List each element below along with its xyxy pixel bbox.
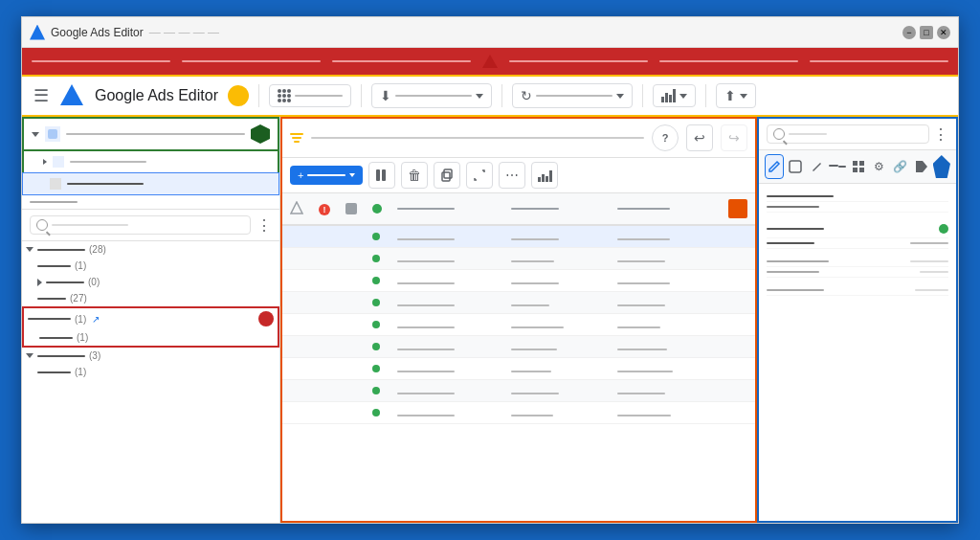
tree-item-ads[interactable]: (27) [22, 290, 279, 306]
more-actions-button[interactable]: ⋯ [499, 162, 525, 189]
right-panel: ⋮ [757, 117, 958, 523]
svg-rect-2 [376, 169, 380, 181]
menu-dash-4 [509, 60, 648, 62]
tree-item-extensions[interactable]: (1) ↗ [24, 308, 278, 329]
red-status-dot [258, 311, 274, 326]
right-row-name [767, 191, 948, 202]
notification-dot [228, 85, 249, 106]
maximize-button[interactable]: □ [920, 26, 933, 39]
resize-button[interactable] [466, 162, 493, 189]
main-panel: ? ↩ ↪ + 🗑 [280, 117, 757, 523]
right-field2-label [767, 260, 829, 262]
app-window: Google Ads Editor — — — — — − □ ✕ ☰ Goog… [21, 16, 959, 524]
table-row[interactable] [282, 380, 755, 402]
col-header-bid[interactable] [503, 193, 610, 225]
title-bar-text: Google Ads Editor [51, 26, 144, 39]
table-row[interactable] [282, 248, 755, 270]
upload-chevron-icon [740, 94, 747, 99]
edit-columns-button[interactable] [368, 162, 395, 189]
tree-item-sub[interactable]: (1) [24, 329, 278, 346]
tree-item-another[interactable]: (3) [22, 348, 279, 364]
delete-button[interactable]: 🗑 [401, 162, 428, 189]
right-row-field2 [767, 257, 948, 267]
minimize-button[interactable]: − [902, 26, 916, 39]
table-row[interactable] [282, 336, 755, 358]
grid-view-button[interactable] [269, 84, 351, 107]
settings-button[interactable]: ⚙ [870, 154, 889, 179]
help-button[interactable]: ? [652, 124, 679, 151]
edit-mode-button[interactable] [765, 154, 784, 179]
copy-button[interactable] [434, 162, 460, 189]
sub-item2-dash [39, 337, 73, 339]
ads-count: (27) [70, 293, 87, 304]
last-count: (1) [75, 367, 86, 377]
charts-button[interactable] [653, 84, 696, 107]
layout-button[interactable] [849, 154, 868, 179]
cell-type [338, 225, 365, 248]
view-mode-button[interactable] [786, 154, 805, 179]
panel-filter-toolbar: ? ↩ ↪ [282, 119, 755, 158]
table-row[interactable] [282, 402, 755, 424]
format-icon [829, 165, 838, 167]
tree-item-keywords[interactable]: (0) [22, 274, 279, 290]
col-header-budget[interactable] [610, 193, 721, 225]
table-row[interactable] [282, 358, 755, 380]
sub-item-count: (1) [75, 260, 86, 271]
col-header-warning[interactable] [282, 193, 311, 225]
add-icon: + [298, 169, 303, 181]
col-header-type[interactable] [338, 193, 365, 225]
col-header-extra[interactable] [721, 193, 755, 225]
title-dashes: — — — — — [149, 26, 219, 39]
external-link-icon[interactable]: ↗ [92, 314, 100, 325]
download-button[interactable]: ⬇ [371, 83, 492, 108]
table-row[interactable] [282, 225, 755, 248]
add-chevron-icon [349, 173, 355, 177]
sync-button[interactable]: ↻ [512, 83, 633, 108]
sub-chevron-icon [43, 159, 47, 165]
keyword-count: (0) [88, 277, 100, 287]
chart-view-button[interactable] [531, 162, 558, 189]
right-more-options-button[interactable]: ⋮ [933, 125, 948, 144]
add-label-dash [307, 174, 345, 176]
sidebar-more-options-button[interactable]: ⋮ [256, 216, 272, 235]
title-bar: Google Ads Editor — — — — — − □ ✕ [22, 17, 958, 48]
svg-marker-6 [291, 202, 302, 214]
sidebar-search-placeholder [52, 224, 128, 226]
tree-item-adgroups[interactable]: (1) [22, 258, 279, 274]
cell-error [311, 225, 338, 248]
close-button[interactable]: ✕ [937, 26, 950, 39]
add-button[interactable]: + [290, 166, 363, 185]
link-button[interactable]: 🔗 [891, 154, 910, 179]
hamburger-menu-button[interactable]: ☰ [33, 85, 49, 106]
tree-item-last[interactable]: (1) [22, 364, 279, 380]
table-row[interactable] [282, 270, 755, 292]
edit-icon [768, 160, 781, 173]
table-row[interactable] [282, 314, 755, 336]
col-header-error[interactable]: ! [311, 193, 338, 225]
right-search-container[interactable] [767, 124, 929, 144]
cell-warning [282, 225, 311, 248]
account-header[interactable] [22, 117, 279, 151]
redo-button[interactable]: ↪ [721, 124, 747, 151]
tag-button[interactable] [912, 154, 931, 179]
hex-status-icon [251, 124, 270, 144]
copy-icon [440, 169, 454, 182]
format-button[interactable] [828, 154, 847, 179]
sub-account-item[interactable] [22, 151, 279, 172]
filter-icon [290, 133, 303, 143]
undo-button[interactable]: ↩ [686, 124, 713, 151]
col-header-status[interactable] [365, 193, 390, 225]
right-field2-value [910, 260, 948, 262]
pencil-icon [810, 160, 823, 173]
upload-button[interactable]: ⬆ [716, 83, 756, 108]
selected-campaign-item[interactable] [22, 172, 279, 195]
right-field3-label [767, 271, 819, 273]
table-row[interactable] [282, 292, 755, 314]
pencil-button[interactable] [807, 154, 826, 179]
right-row-subtitle [767, 202, 948, 213]
col-header-name[interactable] [390, 193, 503, 225]
svg-marker-0 [60, 84, 83, 105]
sidebar-search-container[interactable] [30, 215, 251, 235]
content-area: ⋮ (28) (1) (0) [22, 117, 958, 523]
tree-item-campaigns[interactable]: (28) [22, 241, 279, 258]
